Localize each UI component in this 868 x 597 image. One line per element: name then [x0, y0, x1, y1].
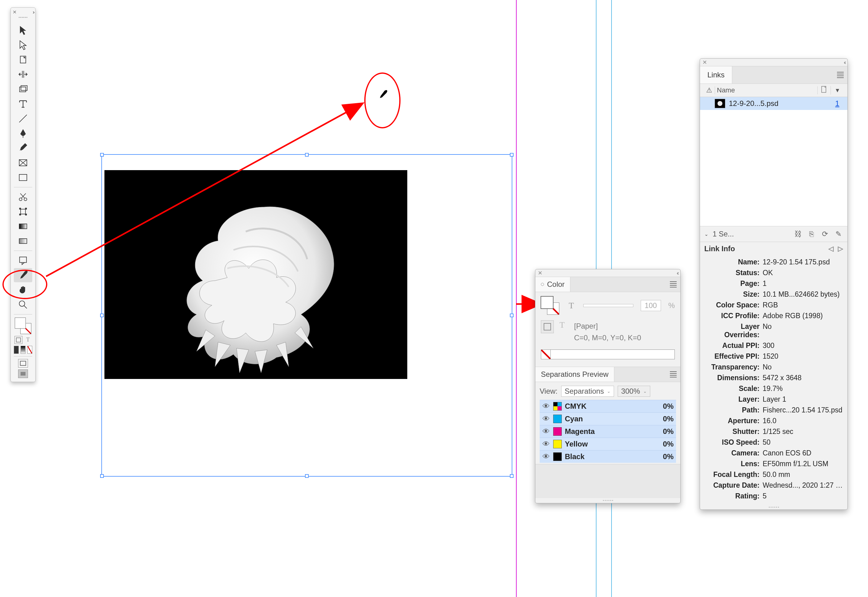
panel-menu-icon[interactable] — [670, 281, 677, 287]
link-page-number[interactable]: 1 — [831, 99, 844, 108]
next-icon[interactable]: ▷ — [838, 245, 843, 253]
resize-handle[interactable] — [510, 313, 514, 317]
pen-tool[interactable] — [14, 126, 32, 140]
panel-menu-icon[interactable] — [837, 72, 844, 78]
visibility-eye-icon[interactable]: 👁 — [542, 452, 550, 461]
formatting-text-icon[interactable]: T — [567, 301, 576, 310]
selection-tool[interactable] — [14, 23, 32, 37]
ink-row[interactable]: 👁Cyan0% — [540, 413, 676, 425]
line-tool[interactable] — [14, 111, 32, 126]
panel-resize-grabber[interactable] — [535, 498, 680, 503]
resize-handle[interactable] — [100, 313, 104, 317]
rectangle-tool[interactable] — [14, 171, 32, 184]
resize-handle[interactable] — [100, 153, 104, 157]
link-item[interactable]: 12-9-20...5.psd 1 — [700, 97, 847, 110]
formatting-text-button[interactable]: T — [557, 320, 567, 330]
view-dropdown[interactable]: Separations ⌄ — [561, 386, 614, 397]
zoom-tool[interactable] — [14, 298, 32, 312]
ink-row[interactable]: 👁Magenta0% — [540, 425, 676, 438]
close-icon[interactable]: ✕ — [13, 10, 18, 15]
ink-row[interactable]: 👁CMYK0% — [540, 400, 676, 413]
svg-rect-15 — [25, 270, 28, 273]
rectangle-frame-tool[interactable] — [14, 156, 32, 170]
ink-row[interactable]: 👁Yellow0% — [540, 438, 676, 450]
zoom-dropdown[interactable]: 300% ⌄ — [618, 386, 650, 397]
fill-stroke-swatch[interactable] — [15, 318, 31, 334]
collapse-icon[interactable]: ‹‹ — [844, 59, 845, 66]
gap-tool[interactable] — [14, 67, 32, 82]
links-column-headers[interactable]: ⚠ Name ▾ — [700, 84, 847, 97]
svg-rect-12 — [19, 224, 27, 229]
panel-resize-grabber[interactable] — [700, 505, 847, 509]
formatting-container-icon[interactable] — [15, 336, 22, 344]
apply-color-icon[interactable] — [14, 346, 19, 354]
selection-count: 1 Se... — [713, 230, 734, 238]
preview-mode-icon[interactable] — [18, 370, 28, 378]
visibility-eye-icon[interactable]: 👁 — [542, 414, 550, 423]
visibility-eye-icon[interactable]: 👁 — [542, 402, 550, 411]
panel-grabber[interactable] — [11, 17, 35, 21]
fill-swatch[interactable] — [15, 318, 26, 328]
eyedropper-tool[interactable] — [14, 268, 32, 282]
direct-selection-tool[interactable] — [14, 38, 32, 52]
panel-header[interactable]: ✕ ‹‹ — [535, 269, 680, 277]
link-info-value: Wednesd..., 2020 1:27 PM — [762, 481, 843, 490]
fill-swatch[interactable] — [541, 296, 553, 309]
resize-handle[interactable] — [510, 153, 514, 157]
apply-gradient-icon[interactable] — [21, 346, 25, 354]
close-icon[interactable]: ✕ — [703, 59, 707, 66]
links-list[interactable]: 12-9-20...5.psd 1 — [700, 97, 847, 226]
link-info-key: ISO Speed: — [704, 438, 760, 447]
page-tool[interactable] — [14, 52, 32, 67]
warning-column-icon[interactable]: ⚠ — [704, 86, 715, 94]
gradient-swatch-tool[interactable] — [14, 219, 32, 233]
visibility-eye-icon[interactable]: 👁 — [542, 427, 550, 436]
panel-menu-icon[interactable] — [670, 371, 677, 377]
visibility-eye-icon[interactable]: 👁 — [542, 440, 550, 448]
free-transform-tool[interactable] — [14, 205, 32, 219]
panel-header[interactable]: ✕ ›› — [11, 8, 35, 17]
update-link-icon[interactable]: ⟳ — [820, 230, 829, 238]
tab-color[interactable]: Color — [535, 277, 571, 292]
content-collector-tool[interactable] — [14, 82, 32, 96]
link-info-row: Name:12-9-20 1.54 175.psd — [700, 257, 847, 267]
name-column-header[interactable]: Name — [715, 86, 817, 94]
chevron-down-icon[interactable]: ⌄ — [704, 231, 708, 237]
goto-link-icon[interactable]: ⎘ — [807, 230, 816, 238]
edit-original-icon[interactable]: ✎ — [834, 230, 843, 238]
page-column-icon[interactable] — [817, 86, 831, 95]
collapse-icon[interactable]: ‹‹ — [677, 270, 678, 276]
scissors-tool[interactable] — [14, 190, 32, 204]
tint-slider[interactable] — [583, 304, 633, 307]
tint-value-field[interactable]: 100 — [641, 300, 661, 311]
note-tool[interactable] — [14, 253, 32, 267]
normal-mode-icon[interactable] — [18, 359, 28, 368]
placed-image[interactable] — [104, 170, 407, 379]
svg-rect-18 — [385, 90, 387, 92]
formatting-container-button[interactable] — [541, 320, 554, 333]
type-tool[interactable] — [14, 97, 32, 111]
apply-none-icon[interactable] — [27, 346, 32, 354]
svg-rect-7 — [21, 209, 25, 214]
resize-handle[interactable] — [100, 474, 104, 478]
resize-handle[interactable] — [305, 153, 309, 157]
fill-stroke-proxy[interactable] — [541, 296, 559, 315]
close-icon[interactable]: ✕ — [538, 270, 542, 276]
resize-handle[interactable] — [305, 474, 309, 478]
collapse-icon[interactable]: ›› — [33, 9, 33, 15]
prev-icon[interactable]: ◁ — [828, 245, 834, 253]
relink-icon[interactable]: ⛓ — [794, 230, 803, 238]
formatting-text-icon[interactable]: T — [24, 336, 32, 343]
pencil-tool[interactable] — [14, 141, 32, 155]
tab-separations-preview[interactable]: Separations Preview — [535, 367, 614, 382]
hand-tool[interactable] — [14, 283, 32, 297]
gradient-feather-tool[interactable] — [14, 234, 32, 248]
resize-handle[interactable] — [510, 474, 514, 478]
link-info-nav[interactable]: ◁ ▷ — [828, 245, 843, 253]
tab-links[interactable]: Links — [700, 66, 732, 83]
none-swatch-icon[interactable] — [541, 350, 551, 359]
ink-row[interactable]: 👁Black0% — [540, 450, 676, 463]
spectrum-bar[interactable] — [541, 349, 675, 359]
status-column-icon[interactable]: ▾ — [831, 86, 844, 94]
panel-header[interactable]: ✕ ‹‹ — [700, 59, 847, 66]
